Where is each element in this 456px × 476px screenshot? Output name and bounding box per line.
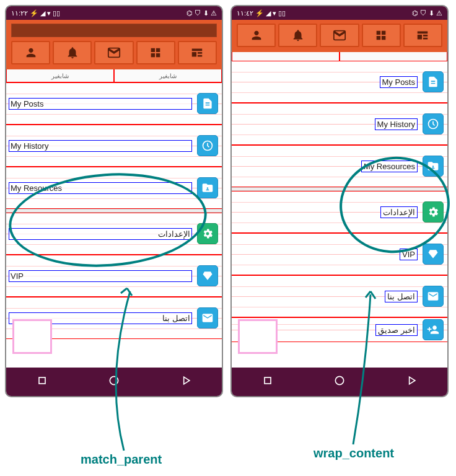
- item-label: اتصل بنا: [385, 291, 418, 302]
- menu-item-settings[interactable]: الإعدادات: [6, 213, 222, 255]
- status-bar: ١١:٢٢ ⚡ ◢ ▾ ▯▯ ⌬ ⛉ ⬇ ⚠: [6, 6, 222, 20]
- caption-match-parent: match_parent: [81, 452, 162, 467]
- android-nav-bar: [6, 368, 222, 396]
- menu-item-vip[interactable]: VIP: [232, 233, 447, 275]
- phone-left: ١١:٢٢ ⚡ ◢ ▾ ▯▯ ⌬ ⛉ ⬇ ⚠: [5, 5, 223, 397]
- item-label: VIP: [400, 249, 418, 260]
- item-label: الإعدادات: [9, 228, 192, 240]
- doc-icon: [423, 71, 444, 92]
- menu-item-history[interactable]: My History: [232, 103, 447, 145]
- tab-row: [234, 22, 445, 50]
- home-button[interactable]: [108, 374, 120, 389]
- warning-icon: ⚠: [436, 9, 442, 17]
- menu-item-posts[interactable]: My Posts: [6, 82, 222, 125]
- mail-icon: [423, 286, 444, 307]
- wifi-icon: ▾: [273, 9, 276, 17]
- tab-profile[interactable]: [237, 24, 276, 47]
- add-person-icon: [423, 319, 444, 340]
- folder-person-icon: [423, 156, 444, 177]
- header-title-bar: [11, 24, 217, 37]
- item-label: My History: [375, 118, 418, 130]
- tab-notifications[interactable]: [53, 41, 92, 64]
- shield-icon: ⛉: [195, 9, 201, 17]
- menu-item-posts[interactable]: My Posts: [232, 61, 447, 103]
- battery-icon: ⚡: [30, 9, 38, 17]
- selection-highlight: [238, 319, 278, 354]
- item-label: My Resources: [9, 182, 192, 194]
- download-icon: ⬇: [429, 9, 434, 17]
- tab-row: [9, 40, 219, 67]
- vibrate-icon: ▯▯: [278, 9, 286, 17]
- recent-apps-button[interactable]: [36, 374, 48, 389]
- signal-icon: ◢: [266, 9, 271, 17]
- warning-icon: ⚠: [211, 9, 217, 17]
- back-button[interactable]: [180, 374, 192, 389]
- doc-icon: [197, 93, 218, 114]
- menu-item-contact[interactable]: اتصل بنا: [232, 275, 447, 317]
- tab-news[interactable]: [178, 41, 217, 64]
- mail-icon: [197, 307, 218, 328]
- status-time: ١١:٤٢: [237, 9, 253, 17]
- android-nav-bar: [232, 368, 447, 396]
- sub-left: شابغير: [6, 69, 114, 82]
- diamond-icon: [197, 265, 218, 286]
- wifi-icon: ▾: [47, 9, 51, 17]
- sub-header-row: شابغير شابغير: [6, 69, 222, 82]
- menu-item-resources[interactable]: My Resources: [6, 167, 222, 209]
- item-label: My Posts: [380, 76, 418, 88]
- caption-wrap-content: wrap_content: [314, 446, 394, 461]
- item-label: اخبر صديق: [375, 324, 418, 336]
- item-label: My Resources: [361, 161, 418, 172]
- menu-item-history[interactable]: My History: [6, 125, 222, 167]
- app-header: [232, 20, 447, 52]
- bug-icon: ⌬: [186, 9, 193, 17]
- diamond-icon: [423, 244, 444, 265]
- sub-header-row: [232, 52, 447, 61]
- item-label: My Posts: [9, 98, 192, 110]
- status-time: ١١:٢٢: [11, 9, 28, 17]
- folder-person-icon: [197, 177, 218, 198]
- status-bar: ١١:٤٢ ⚡ ◢ ▾ ▯▯ ⌬ ⛉ ⬇ ⚠: [232, 6, 447, 20]
- item-label: My History: [9, 140, 192, 152]
- svg-rect-4: [265, 377, 271, 384]
- sub-left: [232, 52, 340, 61]
- tab-notifications[interactable]: [278, 24, 317, 47]
- app-header: [6, 20, 222, 69]
- menu-item-settings[interactable]: الإعدادات: [232, 191, 447, 233]
- home-button[interactable]: [333, 374, 346, 389]
- tab-grid[interactable]: [362, 24, 401, 47]
- recent-apps-button[interactable]: [261, 374, 274, 389]
- tab-inbox[interactable]: [94, 41, 133, 64]
- svg-point-5: [335, 376, 343, 384]
- tab-profile[interactable]: [11, 41, 50, 64]
- item-label: VIP: [9, 270, 192, 282]
- bug-icon: ⌬: [412, 9, 418, 17]
- tab-grid[interactable]: [136, 41, 175, 64]
- selection-highlight: [12, 319, 52, 354]
- phone-right: ١١:٤٢ ⚡ ◢ ▾ ▯▯ ⌬ ⛉ ⬇ ⚠: [230, 5, 449, 397]
- download-icon: ⬇: [203, 9, 209, 17]
- clock-icon: [423, 113, 444, 134]
- battery-icon: ⚡: [255, 9, 264, 17]
- menu-item-resources[interactable]: My Resources: [232, 145, 447, 187]
- item-label: الإعدادات: [380, 206, 418, 218]
- menu-item-vip[interactable]: VIP: [6, 255, 222, 297]
- gear-icon: [423, 201, 444, 223]
- back-button[interactable]: [405, 374, 418, 389]
- shield-icon: ⛉: [420, 9, 427, 17]
- vibrate-icon: ▯▯: [53, 9, 60, 17]
- clock-icon: [197, 135, 218, 156]
- gear-icon: [197, 223, 218, 244]
- tab-inbox[interactable]: [320, 24, 359, 47]
- sub-right: [340, 52, 447, 61]
- svg-point-2: [110, 376, 118, 384]
- sub-right: شابغير: [114, 69, 222, 82]
- signal-icon: ◢: [40, 9, 45, 17]
- svg-rect-1: [39, 377, 45, 384]
- tab-news[interactable]: [403, 24, 442, 47]
